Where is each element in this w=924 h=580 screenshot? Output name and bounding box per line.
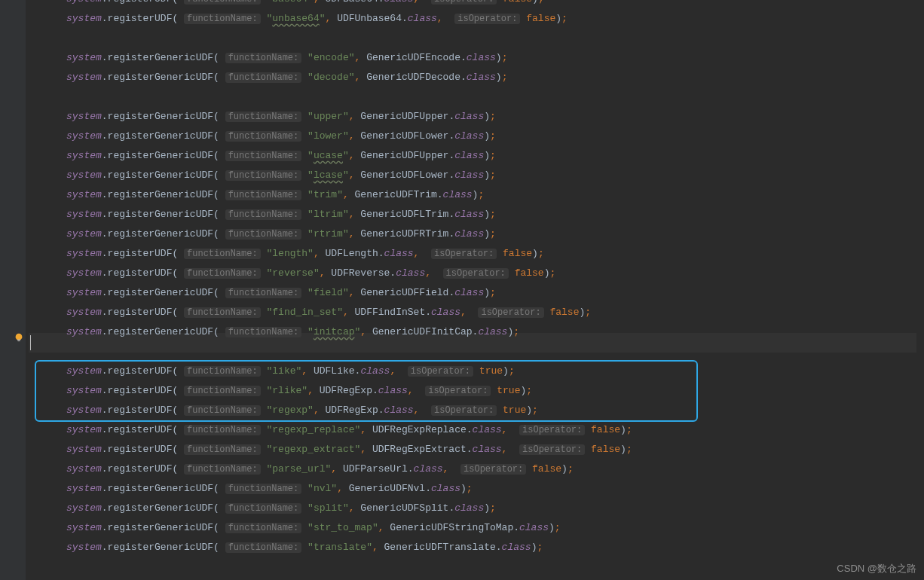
string-literal: translate [314,542,366,553]
code-line[interactable]: system.registerUDF( functionName: "regex… [29,420,924,440]
code-line[interactable]: system.registerGenericUDF( functionName:… [29,283,924,303]
text-caret [30,335,31,350]
string-close: " [307,404,314,416]
code-line[interactable]: system.registerUDF( functionName: "regex… [29,401,924,420]
string-literal: rtrim [314,228,343,240]
identifier-system: system [66,72,102,83]
boolean-literal: false [591,444,620,455]
class-ref: UDFRegExp [326,404,378,416]
param-hint-functionName: functionName: [184,405,261,416]
param-hint-functionName: functionName: [225,53,302,63]
param-hint-functionName: functionName: [225,523,302,533]
class-keyword: class [431,307,460,318]
string-literal: rlike [272,385,301,396]
param-hint-functionName: functionName: [184,425,261,435]
code-line[interactable]: system.registerUDF( functionName: "rever… [29,264,924,283]
param-hint-functionName: functionName: [225,72,302,83]
boolean-literal: true [503,404,526,416]
string-literal: decode [314,72,349,83]
class-ref: GenericUDFTrim [355,189,437,200]
code-line[interactable]: system.registerGenericUDF( functionName:… [29,48,924,68]
code-line[interactable] [29,29,924,48]
identifier-system: system [66,287,102,298]
code-line[interactable]: system.registerGenericUDF( functionName:… [29,499,924,518]
class-keyword: class [454,150,484,161]
string-literal: ltrim [314,209,343,220]
string-literal: upper [314,111,343,122]
intention-bulb-icon[interactable] [14,332,26,344]
class-ref: GenericUDFLower [360,130,448,142]
class-ref: GenericUDFInitCap [372,326,473,337]
string-literal: regexp_replace [272,424,354,435]
identifier-system: system [66,13,102,24]
param-hint-functionName: functionName: [184,444,261,455]
code-line[interactable]: system.registerUDF( functionName: "unbas… [29,9,924,29]
param-hint-functionName: functionName: [225,190,302,200]
class-ref: GenericUDFEncode [366,52,460,63]
class-keyword: class [454,169,484,181]
string-literal: lcase [314,169,343,181]
code-line[interactable]: system.registerGenericUDF( functionName:… [29,518,924,538]
identifier-system: system [66,326,102,337]
code-line[interactable] [29,87,924,107]
class-ref: GenericUDFField [360,287,448,298]
code-line[interactable]: system.registerGenericUDF( functionName:… [29,322,924,342]
string-literal: split [314,502,343,514]
code-line[interactable]: system.registerGenericUDF( functionName:… [29,185,924,205]
param-hint-functionName: functionName: [225,229,302,240]
code-line[interactable]: system.registerGenericUDF( functionName:… [29,127,924,146]
code-line[interactable]: system.registerGenericUDF( functionName:… [29,479,924,499]
code-line[interactable]: system.registerGenericUDF( functionName:… [29,538,924,557]
identifier-system: system [66,209,102,220]
class-keyword: class [467,72,496,83]
svg-rect-1 [17,340,20,341]
class-keyword: class [454,228,484,240]
param-hint-functionName: functionName: [225,484,302,494]
class-keyword: class [384,404,414,416]
code-line[interactable]: system.registerGenericUDF( functionName:… [29,107,924,127]
class-ref: GenericUDFUpper [360,150,448,161]
class-keyword: class [408,13,437,24]
code-line[interactable]: system.registerUDF( functionName: "rlike… [29,381,924,401]
method-call: .registerGenericUDF( [102,287,219,298]
string-literal: ucase [314,150,343,161]
method-call: .registerGenericUDF( [102,483,219,494]
code-line[interactable]: system.registerGenericUDF( functionName:… [29,205,924,224]
param-hint-functionName: functionName: [225,288,302,298]
identifier-system: system [66,189,102,200]
code-line[interactable] [29,342,924,362]
boolean-literal: false [549,307,579,318]
watermark: CSDN @数仓之路 [837,562,916,575]
param-hint-functionName: functionName: [184,268,261,279]
code-line[interactable]: system.registerGenericUDF( functionName:… [29,68,924,87]
param-hint-functionName: functionName: [184,249,261,259]
param-hint-functionName: functionName: [225,542,302,553]
code-line[interactable]: system.registerUDF( functionName: "like"… [29,362,924,381]
code-editor[interactable]: system.registerUDF( functionName: "base6… [0,0,924,580]
code-line[interactable]: system.registerUDF( functionName: "base6… [29,0,924,9]
code-line[interactable]: system.registerUDF( functionName: "parse… [29,459,924,479]
class-ref: GenericUDFRTrim [360,228,448,240]
code-line[interactable]: system.registerUDF( functionName: "find_… [29,303,924,322]
identifier-system: system [66,150,102,161]
class-ref: GenericUDFUpper [360,111,448,122]
method-call: .registerGenericUDF( [102,111,219,122]
string-close: " [314,267,320,279]
identifier-system: system [66,483,102,494]
method-call: .registerGenericUDF( [102,326,219,337]
method-call: .registerUDF( [102,307,178,318]
code-line[interactable]: system.registerGenericUDF( functionName:… [29,166,924,185]
string-literal: reverse [272,267,314,279]
method-call: .registerGenericUDF( [102,542,219,553]
code-line[interactable]: system.registerGenericUDF( functionName:… [29,224,924,244]
class-ref: UDFReverse [331,267,390,279]
code-line[interactable]: system.registerGenericUDF( functionName:… [29,146,924,166]
string-literal: trim [314,189,337,200]
comma: , [314,248,320,259]
class-keyword: class [431,483,460,494]
param-hint-functionName: functionName: [225,131,302,142]
code-line[interactable]: system.registerUDF( functionName: "lengt… [29,244,924,264]
class-keyword: class [443,189,473,200]
identifier-system: system [66,0,102,5]
code-line[interactable]: system.registerUDF( functionName: "regex… [29,440,924,459]
